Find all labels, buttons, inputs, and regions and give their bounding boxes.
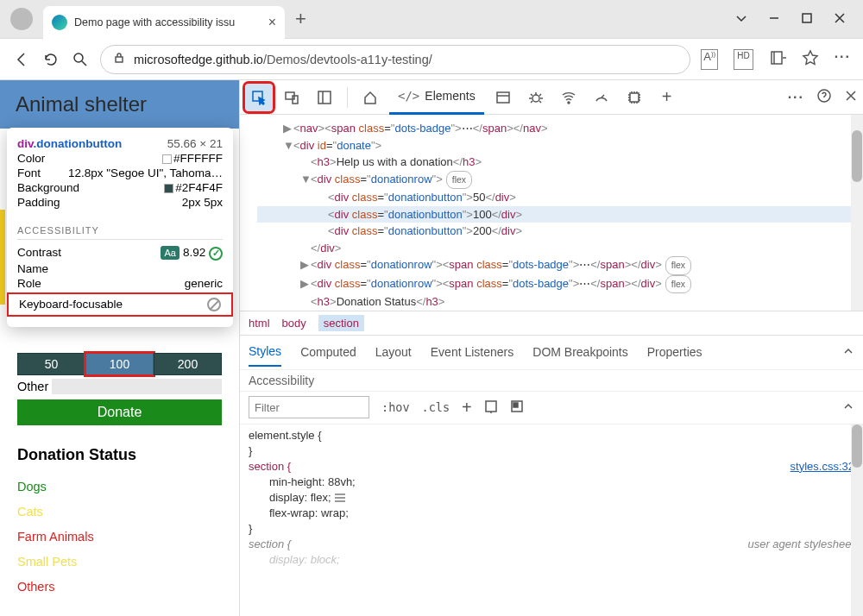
other-amount-input[interactable] [52, 379, 222, 394]
tab-layout[interactable]: Layout [375, 345, 412, 359]
tooltip-element: div.donationbutton [17, 137, 122, 150]
browser-tab[interactable]: Demo page with accessibility issu × [43, 6, 285, 39]
dom-line[interactable]: ▶<nav><span class="dots-badge">⋯</span><… [257, 120, 863, 137]
donation-50[interactable]: 50 [17, 353, 85, 375]
source-link[interactable]: styles.css:32 [791, 459, 854, 475]
status-list: DogsCatsFarm AnimalsSmall PetsOthers [17, 475, 222, 600]
dom-line[interactable]: ▼<div id="donate"> [257, 137, 863, 154]
elements-tab[interactable]: </> Elements [389, 80, 484, 115]
devtools-panel: </> Elements + ··· ▶<nav><span class="do… [240, 80, 863, 616]
svg-rect-15 [513, 403, 518, 407]
collections-icon[interactable] [769, 49, 786, 70]
new-tab-button[interactable]: + [295, 8, 306, 30]
search-icon[interactable] [71, 50, 90, 69]
hov-toggle[interactable]: :hov [381, 400, 410, 414]
hd-icon[interactable]: HD [734, 49, 753, 70]
other-amount-row: Other [17, 379, 222, 394]
cls-toggle[interactable]: .cls [422, 400, 450, 414]
dom-scrollbar[interactable] [851, 115, 863, 311]
dom-line[interactable]: <div class="donationbutton">200</div> [257, 223, 863, 240]
dom-tree[interactable]: ▶<nav><span class="dots-badge">⋯</span><… [240, 115, 863, 311]
profile-avatar[interactable] [10, 8, 33, 30]
dock-button[interactable] [311, 84, 338, 111]
tooltip-dimensions: 55.66 × 21 [167, 137, 223, 150]
dom-line[interactable]: <div class="donationbutton">100</div> [257, 206, 863, 223]
back-button[interactable] [12, 50, 31, 69]
dom-line[interactable]: ▼<div class="donationrow">flex [257, 171, 863, 190]
dom-line[interactable]: </div> [257, 240, 863, 257]
status-item[interactable]: Farm Animals [17, 525, 222, 550]
status-item[interactable]: Dogs [17, 475, 222, 500]
url-box[interactable]: microsoftedge.github.io/Demos/devtools-a… [100, 45, 690, 74]
tab-event-listeners[interactable]: Event Listeners [431, 345, 514, 359]
app-tab-icon[interactable] [489, 84, 517, 111]
donate-button[interactable]: Donate [17, 399, 222, 425]
dom-line[interactable]: <h3>Help us with a donation</h3> [257, 154, 863, 171]
donation-status-heading: Donation Status [17, 446, 222, 464]
donation-100[interactable]: 100 [85, 353, 154, 375]
flex-grid-icon[interactable] [335, 493, 345, 502]
device-toggle-button[interactable] [278, 84, 306, 111]
bug-icon[interactable] [522, 84, 550, 111]
menu-dots-icon[interactable]: ··· [835, 49, 851, 70]
tab-dom-breakpoints[interactable]: DOM Breakpoints [532, 345, 627, 359]
css-scrollbar[interactable] [851, 424, 863, 617]
new-style-button[interactable]: + [462, 398, 472, 418]
svg-rect-2 [116, 57, 123, 62]
svg-rect-13 [486, 401, 496, 412]
styles-tabs: Styles Computed Layout Event Listeners D… [240, 335, 863, 369]
lock-icon [113, 52, 125, 66]
status-item[interactable]: Small Pets [17, 550, 222, 575]
forbidden-icon [207, 298, 221, 311]
tab-computed[interactable]: Computed [300, 345, 356, 359]
dom-line[interactable]: ▶<div class="donationrow"><span class="d… [257, 256, 863, 275]
svg-point-10 [568, 102, 570, 104]
svg-rect-7 [318, 91, 331, 104]
scrollbar-indicator [0, 210, 5, 305]
performance-icon[interactable] [588, 84, 615, 111]
donation-200[interactable]: 200 [154, 353, 222, 375]
close-tab-icon[interactable]: × [268, 15, 276, 30]
read-aloud-icon[interactable]: A)) [701, 49, 718, 70]
network-icon[interactable] [555, 84, 583, 111]
dom-line[interactable]: <div class="donationbutton">50</div> [257, 189, 863, 206]
window-minimize-icon[interactable] [768, 12, 780, 27]
memory-icon[interactable] [620, 84, 648, 111]
chevron-up-icon[interactable] [842, 400, 854, 415]
dom-line[interactable]: ▶<div class="donationrow"><span class="d… [257, 275, 863, 294]
filter-input[interactable] [249, 396, 369, 418]
window-maximize-icon[interactable] [801, 12, 813, 27]
page-title: Animal shelter [0, 80, 239, 129]
window-titlebar: Demo page with accessibility issu × + [0, 0, 863, 39]
styles-filter-bar: :hov .cls + [240, 391, 863, 424]
tab-properties[interactable]: Properties [647, 345, 702, 359]
welcome-tab[interactable] [356, 84, 384, 111]
css-rules-panel[interactable]: element.style { } section {styles.css:32… [240, 424, 863, 617]
inspect-element-button[interactable] [245, 84, 273, 111]
tab-styles[interactable]: Styles [249, 344, 281, 367]
status-item[interactable]: Cats [17, 500, 222, 525]
accessibility-row[interactable]: Accessibility [240, 369, 863, 391]
edge-favicon [52, 15, 67, 30]
dom-line[interactable]: <h3>Donation Status</h3> [257, 293, 863, 311]
flexbox-editor-icon[interactable] [484, 399, 498, 416]
address-bar: microsoftedge.github.io/Demos/devtools-a… [0, 39, 863, 80]
svg-point-1 [74, 53, 83, 62]
tab-title: Demo page with accessibility issu [74, 16, 261, 28]
checkmark-icon: ✓ [209, 247, 223, 261]
refresh-button[interactable] [41, 50, 60, 69]
help-icon[interactable] [816, 88, 832, 107]
chevron-up-icon[interactable] [842, 345, 854, 360]
window-close-icon[interactable] [834, 12, 846, 27]
dom-breadcrumb[interactable]: html body section [240, 311, 863, 335]
keyboard-focusable-row: Keyboard-focusable [7, 292, 233, 317]
donation-buttons: 50 100 200 [17, 353, 222, 375]
status-item[interactable]: Others [17, 575, 222, 600]
favorite-icon[interactable] [802, 49, 819, 70]
more-tools-icon[interactable]: ··· [788, 90, 804, 105]
more-tabs-button[interactable]: + [653, 84, 681, 111]
svg-rect-3 [772, 52, 782, 64]
computed-toggle-icon[interactable] [510, 399, 524, 416]
devtools-close-icon[interactable] [844, 89, 858, 106]
minimize-chevron-icon[interactable] [735, 12, 747, 27]
